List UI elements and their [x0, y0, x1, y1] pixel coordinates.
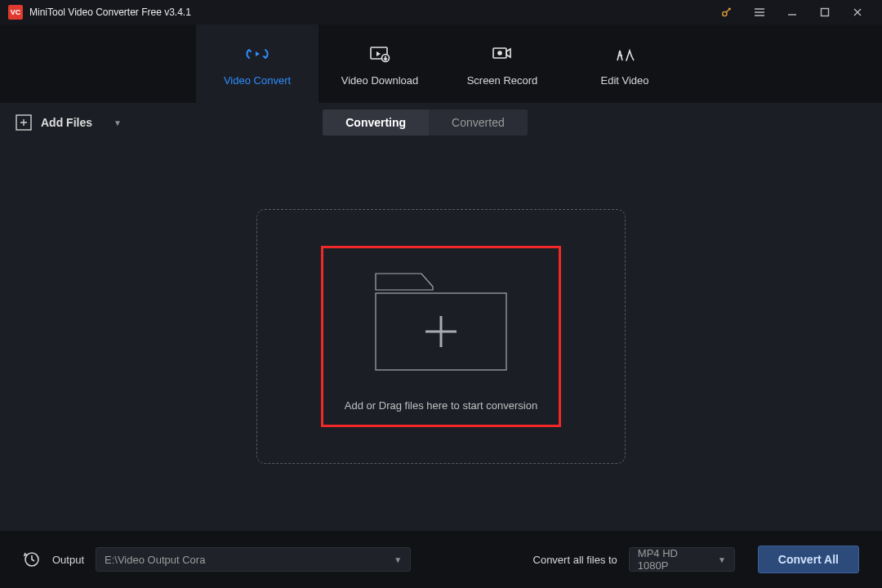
chevron-down-icon: ▼ [718, 555, 726, 564]
dropzone-text: Add or Drag files here to start conversi… [345, 399, 537, 412]
svg-point-0 [723, 11, 727, 16]
tab-label: Video Download [341, 74, 418, 87]
tab-edit-video[interactable]: Edit Video [564, 24, 686, 103]
tab-screen-record[interactable]: Screen Record [441, 24, 564, 103]
maximize-button[interactable] [808, 0, 841, 24]
add-file-icon [15, 114, 33, 131]
convert-all-button[interactable]: Convert All [758, 546, 859, 573]
add-files-label: Add Files [41, 116, 92, 129]
format-select[interactable]: MP4 HD 1080P ▼ [629, 547, 735, 572]
app-title: MiniTool Video Converter Free v3.4.1 [29, 7, 191, 18]
output-label: Output [52, 554, 84, 566]
dropzone[interactable]: Add or Drag files here to start conversi… [321, 246, 561, 427]
tab-label: Video Convert [224, 74, 291, 87]
main-area: Add or Drag files here to start conversi… [0, 142, 882, 531]
output-path-select[interactable]: E:\Video Output Cora ▼ [96, 547, 411, 572]
convert-all-label: Convert all files to [533, 554, 617, 566]
footer-bar: Output E:\Video Output Cora ▼ Convert al… [0, 531, 882, 588]
segment-converted[interactable]: Converted [429, 109, 528, 136]
app-logo: VC [8, 5, 23, 20]
segment-converting[interactable]: Converting [323, 109, 429, 136]
status-segment: Converting Converted [323, 109, 527, 136]
convert-icon [245, 42, 270, 66]
add-files-button[interactable]: Add Files ▼ [15, 114, 122, 131]
menu-icon[interactable] [743, 0, 776, 24]
titlebar: VC MiniTool Video Converter Free v3.4.1 [0, 0, 882, 24]
svg-point-5 [498, 51, 501, 55]
secondary-bar: Add Files ▼ Converting Converted [0, 103, 882, 142]
chevron-down-icon: ▼ [394, 555, 402, 564]
download-icon [368, 42, 392, 66]
output-path-value: E:\Video Output Cora [105, 554, 205, 566]
chevron-down-icon: ▼ [114, 118, 122, 127]
minimize-button[interactable] [776, 0, 808, 24]
history-icon[interactable] [23, 550, 41, 568]
tab-label: Edit Video [600, 74, 648, 87]
tab-video-download[interactable]: Video Download [318, 24, 441, 103]
record-icon [490, 42, 514, 66]
dashed-dropframe: Add or Drag files here to start conversi… [256, 209, 626, 464]
close-button[interactable] [841, 0, 874, 24]
tab-video-convert[interactable]: Video Convert [196, 24, 318, 103]
main-tabs: Video Convert Video Download Screen Reco… [0, 24, 882, 103]
upgrade-key-icon[interactable] [710, 0, 743, 24]
format-value: MP4 HD 1080P [638, 547, 710, 572]
svg-rect-1 [822, 9, 829, 16]
folder-plus-icon [371, 262, 511, 380]
tab-label: Screen Record [467, 74, 538, 87]
edit-icon [612, 42, 637, 66]
